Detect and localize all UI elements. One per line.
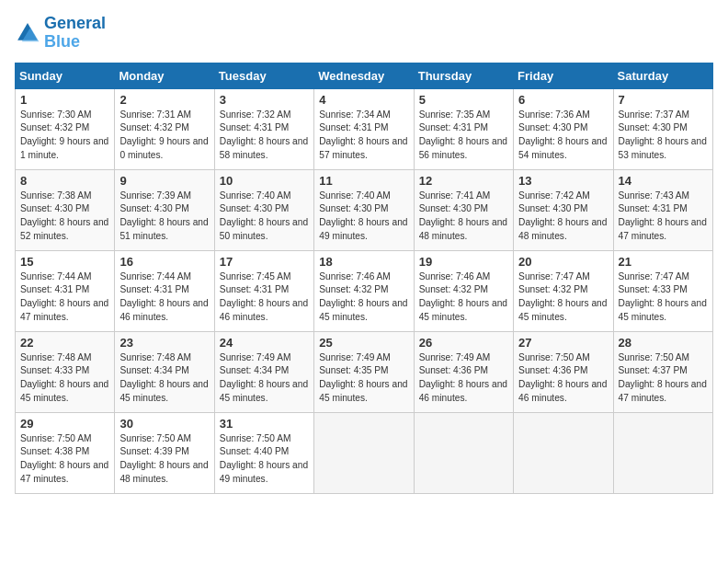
weekday-header-friday: Friday bbox=[514, 63, 613, 88]
day-info: Sunrise: 7:50 AMSunset: 4:38 PMDaylight:… bbox=[20, 432, 109, 487]
calendar-cell: 23 Sunrise: 7:48 AMSunset: 4:34 PMDaylig… bbox=[115, 331, 214, 412]
day-info: Sunrise: 7:35 AMSunset: 4:31 PMDaylight:… bbox=[419, 109, 508, 163]
day-number: 19 bbox=[419, 255, 508, 269]
calendar-cell: 10 Sunrise: 7:40 AMSunset: 4:30 PMDaylig… bbox=[214, 169, 313, 250]
day-number: 12 bbox=[419, 174, 508, 188]
calendar-cell: 5 Sunrise: 7:35 AMSunset: 4:31 PMDayligh… bbox=[414, 88, 513, 169]
day-number: 25 bbox=[319, 336, 408, 350]
day-info: Sunrise: 7:50 AMSunset: 4:37 PMDaylight:… bbox=[619, 351, 708, 406]
day-number: 24 bbox=[220, 336, 309, 350]
day-number: 30 bbox=[119, 417, 209, 431]
day-number: 7 bbox=[619, 93, 708, 107]
weekday-header-wednesday: Wednesday bbox=[314, 63, 414, 88]
day-info: Sunrise: 7:37 AMSunset: 4:30 PMDaylight:… bbox=[619, 109, 708, 163]
day-number: 15 bbox=[20, 255, 109, 269]
day-info: Sunrise: 7:49 AMSunset: 4:34 PMDaylight:… bbox=[220, 351, 309, 406]
day-number: 22 bbox=[20, 336, 109, 350]
calendar-cell: 25 Sunrise: 7:49 AMSunset: 4:35 PMDaylig… bbox=[314, 331, 414, 412]
weekday-header-thursday: Thursday bbox=[414, 63, 513, 88]
weekday-header-saturday: Saturday bbox=[613, 63, 712, 88]
calendar-week-5: 29 Sunrise: 7:50 AMSunset: 4:38 PMDaylig… bbox=[16, 412, 713, 493]
calendar-cell bbox=[514, 412, 613, 493]
calendar-cell: 31 Sunrise: 7:50 AMSunset: 4:40 PMDaylig… bbox=[214, 412, 313, 493]
day-info: Sunrise: 7:49 AMSunset: 4:35 PMDaylight:… bbox=[319, 351, 408, 406]
calendar-week-4: 22 Sunrise: 7:48 AMSunset: 4:33 PMDaylig… bbox=[16, 331, 713, 412]
day-number: 9 bbox=[119, 174, 209, 188]
calendar-cell: 29 Sunrise: 7:50 AMSunset: 4:38 PMDaylig… bbox=[16, 412, 115, 493]
logo: General Blue bbox=[15, 15, 106, 52]
day-number: 5 bbox=[419, 93, 508, 107]
day-info: Sunrise: 7:44 AMSunset: 4:31 PMDaylight:… bbox=[20, 270, 109, 325]
calendar-week-1: 1 Sunrise: 7:30 AMSunset: 4:32 PMDayligh… bbox=[16, 88, 713, 169]
day-number: 16 bbox=[119, 255, 209, 269]
day-info: Sunrise: 7:47 AMSunset: 4:33 PMDaylight:… bbox=[619, 270, 708, 325]
day-info: Sunrise: 7:45 AMSunset: 4:31 PMDaylight:… bbox=[220, 270, 309, 325]
day-number: 4 bbox=[319, 93, 408, 107]
day-number: 26 bbox=[419, 336, 508, 350]
day-info: Sunrise: 7:40 AMSunset: 4:30 PMDaylight:… bbox=[220, 190, 309, 244]
page-header: General Blue bbox=[15, 15, 713, 52]
calendar-cell: 9 Sunrise: 7:39 AMSunset: 4:30 PMDayligh… bbox=[115, 169, 214, 250]
calendar-cell: 7 Sunrise: 7:37 AMSunset: 4:30 PMDayligh… bbox=[613, 88, 712, 169]
logo-text: General Blue bbox=[44, 15, 106, 52]
weekday-header-tuesday: Tuesday bbox=[214, 63, 313, 88]
day-info: Sunrise: 7:42 AMSunset: 4:30 PMDaylight:… bbox=[518, 190, 608, 244]
day-info: Sunrise: 7:49 AMSunset: 4:36 PMDaylight:… bbox=[419, 351, 508, 406]
calendar-cell: 21 Sunrise: 7:47 AMSunset: 4:33 PMDaylig… bbox=[613, 250, 712, 331]
calendar-cell: 6 Sunrise: 7:36 AMSunset: 4:30 PMDayligh… bbox=[514, 88, 613, 169]
day-info: Sunrise: 7:46 AMSunset: 4:32 PMDaylight:… bbox=[319, 270, 408, 325]
day-info: Sunrise: 7:50 AMSunset: 4:39 PMDaylight:… bbox=[119, 432, 209, 487]
day-number: 8 bbox=[20, 174, 109, 188]
day-info: Sunrise: 7:50 AMSunset: 4:36 PMDaylight:… bbox=[518, 351, 608, 406]
day-info: Sunrise: 7:43 AMSunset: 4:31 PMDaylight:… bbox=[619, 190, 708, 244]
calendar-cell: 17 Sunrise: 7:45 AMSunset: 4:31 PMDaylig… bbox=[214, 250, 313, 331]
day-info: Sunrise: 7:50 AMSunset: 4:40 PMDaylight:… bbox=[220, 432, 309, 487]
day-info: Sunrise: 7:39 AMSunset: 4:30 PMDaylight:… bbox=[119, 190, 209, 244]
weekday-header-sunday: Sunday bbox=[16, 63, 115, 88]
day-info: Sunrise: 7:40 AMSunset: 4:30 PMDaylight:… bbox=[319, 190, 408, 244]
calendar-cell bbox=[314, 412, 414, 493]
day-info: Sunrise: 7:46 AMSunset: 4:32 PMDaylight:… bbox=[419, 270, 508, 325]
day-number: 13 bbox=[518, 174, 608, 188]
day-number: 20 bbox=[518, 255, 608, 269]
calendar-cell: 20 Sunrise: 7:47 AMSunset: 4:32 PMDaylig… bbox=[514, 250, 613, 331]
calendar-cell: 27 Sunrise: 7:50 AMSunset: 4:36 PMDaylig… bbox=[514, 331, 613, 412]
day-number: 21 bbox=[619, 255, 708, 269]
day-number: 18 bbox=[319, 255, 408, 269]
day-info: Sunrise: 7:41 AMSunset: 4:30 PMDaylight:… bbox=[419, 190, 508, 244]
calendar-cell bbox=[613, 412, 712, 493]
weekday-header-row: SundayMondayTuesdayWednesdayThursdayFrid… bbox=[16, 63, 713, 88]
calendar-cell: 28 Sunrise: 7:50 AMSunset: 4:37 PMDaylig… bbox=[613, 331, 712, 412]
day-info: Sunrise: 7:34 AMSunset: 4:31 PMDaylight:… bbox=[319, 109, 408, 163]
day-info: Sunrise: 7:47 AMSunset: 4:32 PMDaylight:… bbox=[518, 270, 608, 325]
calendar-cell: 14 Sunrise: 7:43 AMSunset: 4:31 PMDaylig… bbox=[613, 169, 712, 250]
day-number: 23 bbox=[119, 336, 209, 350]
day-number: 1 bbox=[20, 93, 109, 107]
calendar-cell: 19 Sunrise: 7:46 AMSunset: 4:32 PMDaylig… bbox=[414, 250, 513, 331]
day-number: 31 bbox=[220, 417, 309, 431]
day-info: Sunrise: 7:30 AMSunset: 4:32 PMDaylight:… bbox=[20, 109, 109, 163]
calendar-cell: 22 Sunrise: 7:48 AMSunset: 4:33 PMDaylig… bbox=[16, 331, 115, 412]
calendar-cell: 15 Sunrise: 7:44 AMSunset: 4:31 PMDaylig… bbox=[16, 250, 115, 331]
calendar-cell: 24 Sunrise: 7:49 AMSunset: 4:34 PMDaylig… bbox=[214, 331, 313, 412]
day-number: 27 bbox=[518, 336, 608, 350]
day-number: 28 bbox=[619, 336, 708, 350]
day-number: 6 bbox=[518, 93, 608, 107]
calendar-cell: 16 Sunrise: 7:44 AMSunset: 4:31 PMDaylig… bbox=[115, 250, 214, 331]
day-number: 17 bbox=[220, 255, 309, 269]
calendar-cell: 26 Sunrise: 7:49 AMSunset: 4:36 PMDaylig… bbox=[414, 331, 513, 412]
calendar-week-3: 15 Sunrise: 7:44 AMSunset: 4:31 PMDaylig… bbox=[16, 250, 713, 331]
calendar-cell: 12 Sunrise: 7:41 AMSunset: 4:30 PMDaylig… bbox=[414, 169, 513, 250]
calendar-cell: 2 Sunrise: 7:31 AMSunset: 4:32 PMDayligh… bbox=[115, 88, 214, 169]
calendar-cell: 3 Sunrise: 7:32 AMSunset: 4:31 PMDayligh… bbox=[214, 88, 313, 169]
calendar-cell: 18 Sunrise: 7:46 AMSunset: 4:32 PMDaylig… bbox=[314, 250, 414, 331]
day-info: Sunrise: 7:31 AMSunset: 4:32 PMDaylight:… bbox=[119, 109, 209, 163]
calendar-week-2: 8 Sunrise: 7:38 AMSunset: 4:30 PMDayligh… bbox=[16, 169, 713, 250]
calendar-cell: 1 Sunrise: 7:30 AMSunset: 4:32 PMDayligh… bbox=[16, 88, 115, 169]
calendar-cell: 11 Sunrise: 7:40 AMSunset: 4:30 PMDaylig… bbox=[314, 169, 414, 250]
calendar-cell: 4 Sunrise: 7:34 AMSunset: 4:31 PMDayligh… bbox=[314, 88, 414, 169]
logo-icon bbox=[15, 20, 40, 46]
day-info: Sunrise: 7:44 AMSunset: 4:31 PMDaylight:… bbox=[119, 270, 209, 325]
day-info: Sunrise: 7:48 AMSunset: 4:34 PMDaylight:… bbox=[119, 351, 209, 406]
calendar-cell bbox=[414, 412, 513, 493]
